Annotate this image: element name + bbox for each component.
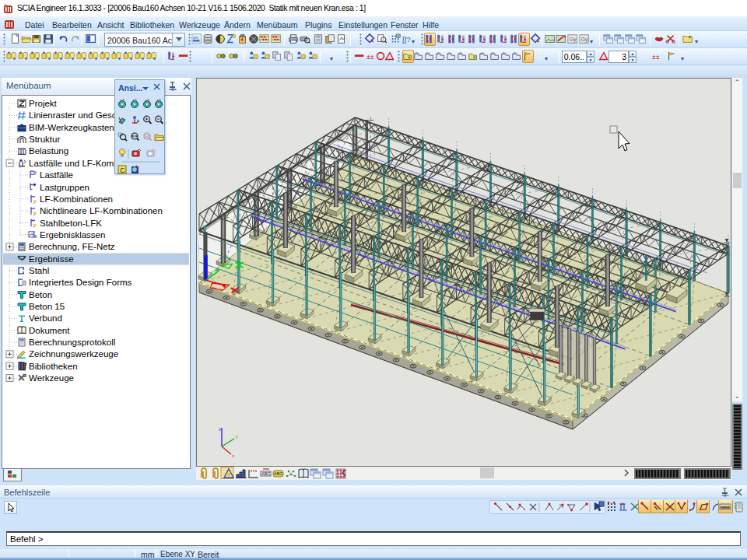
svg-text:ABC: ABC — [261, 471, 270, 476]
svg-text:C: C — [120, 166, 125, 174]
svg-text:Beton 15: Beton 15 — [29, 302, 65, 311]
svg-text:Stahlbeton-LFK: Stahlbeton-LFK — [40, 219, 102, 228]
svg-text:Y: Y — [235, 435, 238, 439]
svg-text:x: x — [232, 453, 234, 458]
svg-text:ABC: ABC — [274, 471, 282, 476]
svg-text:Integriertes Design Forms: Integriertes Design Forms — [29, 278, 132, 287]
svg-text:Projekt: Projekt — [29, 99, 58, 108]
svg-text:Ergebnisklassen: Ergebnisklassen — [40, 230, 105, 240]
svg-text:Ergebnisse: Ergebnisse — [29, 254, 74, 264]
svg-text:Bibliotheken: Bibliotheken — [29, 362, 78, 371]
svg-text:Lastgruppen: Lastgruppen — [40, 183, 89, 192]
svg-text:z: z — [219, 427, 221, 432]
svg-text:Lastfälle: Lastfälle — [40, 170, 73, 180]
svg-text:Werkzeuge: Werkzeuge — [29, 373, 74, 383]
svg-text:Dokument: Dokument — [29, 326, 70, 335]
svg-text:Zeichnungswerkzeuge: Zeichnungswerkzeuge — [29, 349, 118, 359]
svg-text:Belastung: Belastung — [29, 146, 68, 156]
svg-text:BIM-Werkzeugkasten: BIM-Werkzeugkasten — [29, 123, 114, 132]
svg-text:Beton: Beton — [29, 290, 52, 299]
svg-text:Verbund: Verbund — [29, 313, 62, 323]
svg-text:±±: ±± — [652, 53, 660, 61]
svg-text:Berechnung, FE-Netz: Berechnung, FE-Netz — [29, 242, 115, 251]
svg-text:LF-Kombinationen: LF-Kombinationen — [40, 194, 113, 204]
svg-text:Stahl: Stahl — [29, 266, 49, 275]
svg-text:Nichtlineare LF-Kombinationen: Nichtlineare LF-Kombinationen — [40, 206, 163, 215]
svg-text:Berechnungsprotokoll: Berechnungsprotokoll — [29, 338, 115, 347]
svg-text:R: R — [146, 134, 149, 139]
svg-text:Struktur: Struktur — [29, 135, 60, 144]
